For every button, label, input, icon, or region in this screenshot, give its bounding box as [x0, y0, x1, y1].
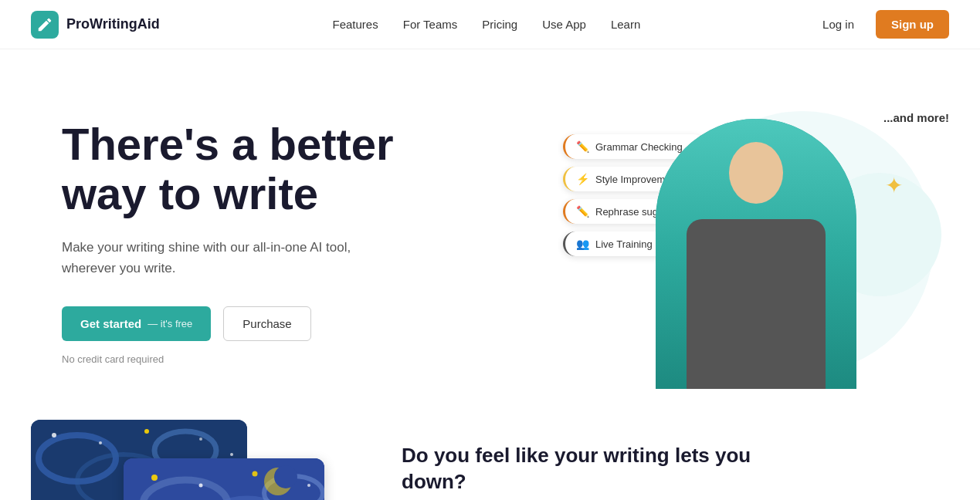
nav-pricing[interactable]: Pricing: [482, 18, 517, 31]
hero-person-illustration: [656, 119, 856, 389]
nav-features[interactable]: Features: [333, 18, 378, 31]
svg-point-5: [52, 433, 56, 438]
login-button[interactable]: Log in: [813, 12, 863, 37]
hero-buttons: Get started — it's free Purchase: [62, 306, 394, 341]
section-bottom: My idea in my head Do you feel like your…: [0, 420, 980, 500]
nav-learn[interactable]: Learn: [611, 18, 640, 31]
nav-actions: Log in Sign up: [813, 10, 949, 39]
svg-point-6: [99, 441, 102, 444]
hero-content: There's a better way to write Make your …: [62, 120, 394, 365]
nav-use-app[interactable]: Use App: [542, 18, 586, 31]
hero-section: There's a better way to write Make your …: [0, 49, 980, 420]
get-started-button[interactable]: Get started — it's free: [62, 306, 211, 341]
section-art: My idea in my head: [31, 420, 355, 500]
more-label: ...and more!: [883, 111, 949, 124]
hero-subtitle: Make your writing shine with our all-in-…: [62, 237, 371, 279]
svg-point-14: [151, 475, 158, 481]
purchase-button[interactable]: Purchase: [223, 306, 310, 341]
art-card-front: [124, 458, 324, 500]
svg-point-16: [253, 471, 258, 477]
grammar-icon: ✏️: [576, 140, 589, 153]
no-cc-label: No credit card required: [62, 353, 394, 365]
logo-link[interactable]: ProWritingAid: [31, 11, 160, 39]
nav-links: Features For Teams Pricing Use App Learn: [333, 18, 641, 32]
navbar: ProWritingAid Features For Teams Pricing…: [0, 0, 980, 49]
person-head: [729, 142, 783, 204]
starry-night-front: [124, 458, 324, 500]
logo-icon: [31, 11, 59, 39]
hero-title: There's a better way to write: [62, 120, 394, 218]
section2-title: Do you feel like your writing lets you d…: [402, 443, 788, 495]
svg-point-17: [307, 484, 310, 487]
svg-point-15: [199, 484, 203, 488]
style-icon: ⚡: [576, 173, 589, 185]
training-icon: 👥: [576, 238, 589, 250]
section-text: Do you feel like your writing lets you d…: [402, 420, 788, 500]
svg-point-7: [144, 429, 149, 434]
svg-point-8: [199, 438, 202, 441]
sparkle-icon: ✦: [885, 173, 903, 198]
nav-for-teams[interactable]: For Teams: [403, 18, 458, 31]
svg-point-19: [274, 465, 297, 488]
rephrase-icon: ✏️: [576, 205, 589, 218]
brand-name: ProWritingAid: [66, 16, 160, 32]
signup-button[interactable]: Sign up: [876, 10, 949, 39]
pencil-icon: [36, 16, 53, 33]
hero-visual: ...and more! ✦ ✏️ Grammar Checking ⚡ Sty…: [563, 96, 949, 389]
person-body: [687, 219, 826, 389]
svg-point-9: [230, 453, 233, 456]
